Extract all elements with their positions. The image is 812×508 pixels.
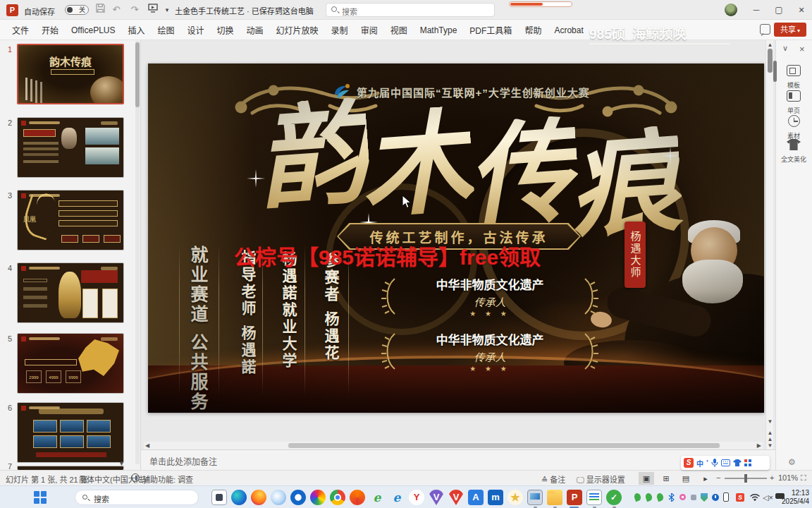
save-icon[interactable] [94, 4, 106, 16]
notes-app-icon[interactable] [586, 490, 602, 505]
sogou-browser-icon[interactable] [350, 490, 365, 505]
sidebar-splitter-handle[interactable] [773, 61, 777, 82]
slide-sorter-view-icon[interactable]: ⊞ [658, 472, 674, 485]
zoom-out-button[interactable]: − [716, 473, 720, 482]
search-input[interactable]: 搜索 [326, 3, 495, 17]
internet-explorer-icon[interactable]: e [369, 490, 385, 505]
tab-home[interactable]: 开始 [35, 24, 65, 36]
tab-mathtype[interactable]: MathType [414, 25, 464, 35]
task-view-button[interactable] [211, 490, 227, 505]
taskbar-search[interactable]: 搜索 [75, 490, 199, 505]
slide-thumbnail-2[interactable] [17, 117, 124, 178]
sidebar-item-single-page[interactable]: 单页 [778, 90, 809, 115]
soft-keyboard-icon[interactable] [721, 459, 730, 466]
sidebar-close-icon[interactable]: × [799, 44, 805, 54]
tab-insert[interactable]: 插入 [122, 24, 152, 36]
wifi-icon[interactable] [750, 494, 760, 501]
previous-slide-icon[interactable]: ▲▲ [766, 430, 774, 442]
horizontal-scrollbar[interactable]: ◀ ▶ [144, 442, 763, 449]
tab-view[interactable]: 视图 [384, 24, 414, 36]
sidebar-collapse-icon[interactable]: ∨ [782, 44, 788, 53]
account-avatar[interactable] [725, 4, 737, 16]
scroll-down-icon[interactable]: ▼ [766, 418, 774, 425]
zoom-level[interactable]: 101% [778, 473, 798, 482]
scroll-left-icon[interactable]: ◀ [145, 442, 149, 449]
display-settings-button[interactable]: 🖵 显示器设置 [577, 473, 625, 485]
vscroll-handle[interactable] [768, 49, 773, 73]
yandex-icon[interactable]: Y [409, 490, 424, 505]
edge-icon[interactable] [231, 490, 247, 505]
tray-app-icon[interactable] [691, 495, 696, 500]
tray-plant-icon[interactable] [656, 492, 664, 502]
tab-design[interactable]: 设计 [181, 24, 211, 36]
share-button[interactable]: 共享▾ [774, 23, 806, 37]
weather-app-icon[interactable] [271, 490, 286, 505]
sogou-logo-icon[interactable]: S [684, 458, 694, 468]
cortana-icon[interactable] [290, 490, 306, 505]
vertical-scrollbar[interactable]: ▲ ▼ ▲▲ ▼▼ [765, 40, 773, 452]
ime-mode-chinese[interactable]: 中 [696, 458, 703, 468]
slide-counter[interactable]: 幻灯片 第 1 张, 共 21 张 [6, 473, 88, 485]
brave-icon[interactable]: V [429, 490, 444, 505]
settings-gear-icon[interactable]: ⚙ [788, 457, 796, 467]
microphone-icon[interactable] [711, 459, 718, 467]
accessibility-status[interactable]: 辅助功能: 调查 [142, 473, 193, 485]
slide-editor[interactable]: 第九届中国国际“互联网+”大学生创新创业大赛 韵 木 传 痕 传统工艺制作，古法… [148, 64, 764, 413]
autosave-toggle[interactable]: 关 [65, 5, 89, 15]
slide-thumbnail-3[interactable]: 凤凰 [17, 190, 124, 250]
redo-icon[interactable]: ↷ [128, 4, 141, 16]
file-explorer-icon[interactable] [547, 490, 562, 505]
clock-tray-icon[interactable] [712, 494, 719, 501]
tray-plant-icon[interactable] [633, 492, 641, 502]
document-title[interactable]: 土金色手工传统工艺 · 已保存到这台电脑 [175, 5, 314, 16]
tab-pdf-tools[interactable]: PDF工具箱 [463, 24, 518, 36]
chrome-icon[interactable] [330, 490, 345, 505]
tab-review[interactable]: 审阅 [355, 24, 384, 36]
bluetooth-icon[interactable] [668, 493, 675, 502]
thumbnail-scrollbar[interactable] [135, 41, 140, 464]
sidebar-item-assets[interactable]: 素材 [778, 115, 809, 140]
sidebar-item-templates[interactable]: 模板 [778, 65, 809, 90]
fit-slide-icon[interactable]: ⛶ [801, 473, 806, 483]
powerpoint-taskbar-icon[interactable]: P [567, 490, 582, 505]
sogou-ime-toolbar[interactable]: S 中 ’ [681, 456, 770, 470]
phone-link-icon[interactable] [723, 492, 729, 502]
tab-animations[interactable]: 动画 [240, 24, 270, 36]
volume-muted-icon[interactable]: ◁× [763, 493, 773, 502]
zoom-in-button[interactable]: + [770, 473, 774, 482]
maximize-button[interactable]: ▢ [768, 0, 789, 20]
notes-pane[interactable] [141, 449, 775, 470]
comments-icon[interactable] [760, 24, 770, 35]
toolbox-grid-icon[interactable] [744, 459, 751, 466]
tab-transitions[interactable]: 切换 [211, 24, 240, 36]
reading-view-icon[interactable]: ▤ [678, 472, 694, 485]
skin-shirt-icon[interactable] [733, 459, 742, 466]
tab-acrobat[interactable]: Acrobat [548, 25, 589, 35]
appstore-icon[interactable]: A [468, 490, 484, 505]
ime-punctuation[interactable]: ’ [706, 459, 708, 467]
slideshow-view-icon[interactable]: ▸ [698, 472, 713, 485]
tab-record[interactable]: 录制 [325, 24, 355, 36]
zoom-slider-handle[interactable] [744, 474, 747, 483]
security-shield-icon[interactable] [701, 493, 708, 502]
tab-help[interactable]: 帮助 [518, 24, 548, 36]
green-check-app-icon[interactable]: ✓ [606, 490, 622, 505]
qat-customize-caret-icon[interactable]: ▾ [161, 4, 173, 16]
slideshow-from-start-icon[interactable] [147, 4, 159, 16]
flower-tray-icon[interactable] [679, 494, 686, 500]
tab-officeplus[interactable]: OfficePLUS [65, 25, 121, 35]
sogou-tray-icon[interactable]: S [736, 493, 744, 502]
close-button[interactable]: × [791, 0, 812, 20]
firefox-icon[interactable] [251, 490, 266, 505]
normal-view-icon[interactable]: ▣ [639, 472, 654, 485]
slide-thumbnail-1[interactable]: 韵木传痕 [17, 44, 124, 104]
notes-toggle-button[interactable]: ≙ 备注 [541, 473, 565, 485]
hscroll-handle[interactable] [288, 443, 720, 448]
scroll-right-icon[interactable]: ▶ [757, 442, 761, 449]
edge-legacy-icon[interactable]: e [389, 490, 405, 505]
sidebar-item-beautify-all[interactable]: 全文美化 [778, 139, 809, 164]
minimize-button[interactable]: ─ [746, 0, 767, 20]
start-button[interactable] [34, 491, 47, 504]
powerpoint-logo-icon[interactable]: P [6, 4, 18, 16]
tab-file[interactable]: 文件 [6, 24, 35, 36]
